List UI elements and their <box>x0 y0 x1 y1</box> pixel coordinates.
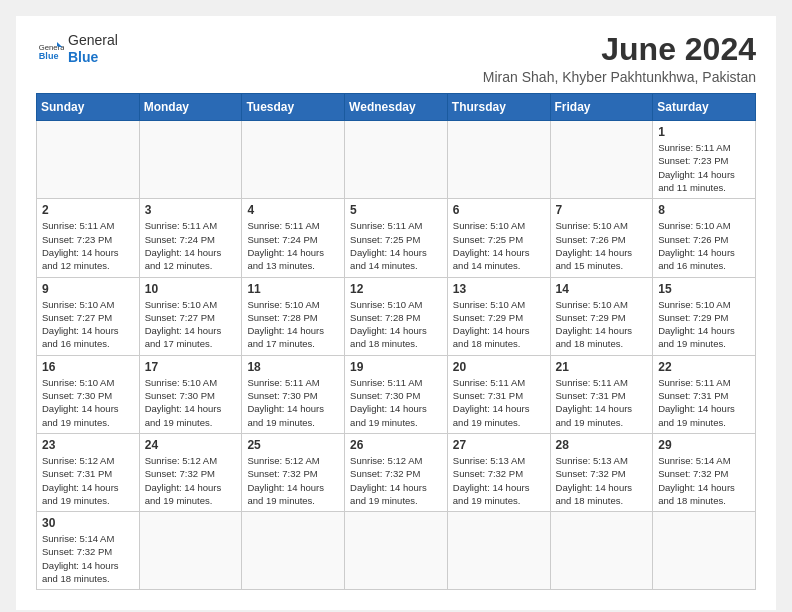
day-info: Sunrise: 5:10 AM Sunset: 7:29 PM Dayligh… <box>556 298 648 351</box>
calendar-day-cell: 1Sunrise: 5:11 AM Sunset: 7:23 PM Daylig… <box>653 121 756 199</box>
day-info: Sunrise: 5:10 AM Sunset: 7:30 PM Dayligh… <box>145 376 237 429</box>
calendar-day-cell: 27Sunrise: 5:13 AM Sunset: 7:32 PM Dayli… <box>447 433 550 511</box>
day-number: 18 <box>247 360 339 374</box>
calendar-table: SundayMondayTuesdayWednesdayThursdayFrid… <box>36 93 756 590</box>
calendar-day-cell: 26Sunrise: 5:12 AM Sunset: 7:32 PM Dayli… <box>345 433 448 511</box>
day-info: Sunrise: 5:11 AM Sunset: 7:30 PM Dayligh… <box>247 376 339 429</box>
day-info: Sunrise: 5:10 AM Sunset: 7:29 PM Dayligh… <box>453 298 545 351</box>
day-number: 22 <box>658 360 750 374</box>
day-info: Sunrise: 5:10 AM Sunset: 7:30 PM Dayligh… <box>42 376 134 429</box>
logo-text: General Blue <box>68 32 118 66</box>
calendar-day-cell: 18Sunrise: 5:11 AM Sunset: 7:30 PM Dayli… <box>242 355 345 433</box>
calendar-day-cell: 10Sunrise: 5:10 AM Sunset: 7:27 PM Dayli… <box>139 277 242 355</box>
day-number: 24 <box>145 438 237 452</box>
calendar-week-row: 16Sunrise: 5:10 AM Sunset: 7:30 PM Dayli… <box>37 355 756 433</box>
day-info: Sunrise: 5:10 AM Sunset: 7:26 PM Dayligh… <box>658 219 750 272</box>
calendar-day-cell: 15Sunrise: 5:10 AM Sunset: 7:29 PM Dayli… <box>653 277 756 355</box>
day-info: Sunrise: 5:12 AM Sunset: 7:31 PM Dayligh… <box>42 454 134 507</box>
calendar-day-cell: 13Sunrise: 5:10 AM Sunset: 7:29 PM Dayli… <box>447 277 550 355</box>
calendar-day-cell: 28Sunrise: 5:13 AM Sunset: 7:32 PM Dayli… <box>550 433 653 511</box>
day-number: 20 <box>453 360 545 374</box>
day-number: 11 <box>247 282 339 296</box>
day-number: 9 <box>42 282 134 296</box>
day-info: Sunrise: 5:10 AM Sunset: 7:27 PM Dayligh… <box>145 298 237 351</box>
day-number: 30 <box>42 516 134 530</box>
day-info: Sunrise: 5:11 AM Sunset: 7:31 PM Dayligh… <box>556 376 648 429</box>
calendar-week-row: 9Sunrise: 5:10 AM Sunset: 7:27 PM Daylig… <box>37 277 756 355</box>
calendar-day-cell <box>345 121 448 199</box>
day-info: Sunrise: 5:14 AM Sunset: 7:32 PM Dayligh… <box>42 532 134 585</box>
day-info: Sunrise: 5:11 AM Sunset: 7:25 PM Dayligh… <box>350 219 442 272</box>
calendar-subtitle: Miran Shah, Khyber Pakhtunkhwa, Pakistan <box>483 69 756 85</box>
day-number: 26 <box>350 438 442 452</box>
day-number: 4 <box>247 203 339 217</box>
weekday-header: Friday <box>550 94 653 121</box>
calendar-week-row: 30Sunrise: 5:14 AM Sunset: 7:32 PM Dayli… <box>37 512 756 590</box>
calendar-day-cell <box>447 121 550 199</box>
day-info: Sunrise: 5:11 AM Sunset: 7:24 PM Dayligh… <box>145 219 237 272</box>
calendar-day-cell <box>550 512 653 590</box>
day-info: Sunrise: 5:10 AM Sunset: 7:26 PM Dayligh… <box>556 219 648 272</box>
day-info: Sunrise: 5:12 AM Sunset: 7:32 PM Dayligh… <box>145 454 237 507</box>
day-number: 1 <box>658 125 750 139</box>
day-number: 13 <box>453 282 545 296</box>
day-info: Sunrise: 5:12 AM Sunset: 7:32 PM Dayligh… <box>350 454 442 507</box>
day-info: Sunrise: 5:10 AM Sunset: 7:28 PM Dayligh… <box>247 298 339 351</box>
calendar-day-cell: 11Sunrise: 5:10 AM Sunset: 7:28 PM Dayli… <box>242 277 345 355</box>
day-number: 23 <box>42 438 134 452</box>
day-number: 7 <box>556 203 648 217</box>
day-number: 25 <box>247 438 339 452</box>
svg-text:Blue: Blue <box>39 51 59 61</box>
logo-icon: General Blue <box>36 35 64 63</box>
calendar-body: 1Sunrise: 5:11 AM Sunset: 7:23 PM Daylig… <box>37 121 756 590</box>
calendar-day-cell <box>139 512 242 590</box>
calendar-week-row: 23Sunrise: 5:12 AM Sunset: 7:31 PM Dayli… <box>37 433 756 511</box>
calendar-day-cell: 29Sunrise: 5:14 AM Sunset: 7:32 PM Dayli… <box>653 433 756 511</box>
calendar-day-cell: 23Sunrise: 5:12 AM Sunset: 7:31 PM Dayli… <box>37 433 140 511</box>
calendar-day-cell: 6Sunrise: 5:10 AM Sunset: 7:25 PM Daylig… <box>447 199 550 277</box>
day-info: Sunrise: 5:12 AM Sunset: 7:32 PM Dayligh… <box>247 454 339 507</box>
day-number: 28 <box>556 438 648 452</box>
calendar-day-cell <box>139 121 242 199</box>
weekday-header: Tuesday <box>242 94 345 121</box>
day-info: Sunrise: 5:13 AM Sunset: 7:32 PM Dayligh… <box>556 454 648 507</box>
calendar-day-cell: 3Sunrise: 5:11 AM Sunset: 7:24 PM Daylig… <box>139 199 242 277</box>
calendar-day-cell: 12Sunrise: 5:10 AM Sunset: 7:28 PM Dayli… <box>345 277 448 355</box>
day-info: Sunrise: 5:13 AM Sunset: 7:32 PM Dayligh… <box>453 454 545 507</box>
day-number: 27 <box>453 438 545 452</box>
calendar-day-cell: 25Sunrise: 5:12 AM Sunset: 7:32 PM Dayli… <box>242 433 345 511</box>
calendar-week-row: 2Sunrise: 5:11 AM Sunset: 7:23 PM Daylig… <box>37 199 756 277</box>
day-number: 29 <box>658 438 750 452</box>
day-number: 12 <box>350 282 442 296</box>
calendar-day-cell: 4Sunrise: 5:11 AM Sunset: 7:24 PM Daylig… <box>242 199 345 277</box>
day-info: Sunrise: 5:14 AM Sunset: 7:32 PM Dayligh… <box>658 454 750 507</box>
calendar-header: General Blue General Blue June 2024 Mira… <box>36 32 756 85</box>
calendar-day-cell <box>550 121 653 199</box>
calendar-day-cell: 20Sunrise: 5:11 AM Sunset: 7:31 PM Dayli… <box>447 355 550 433</box>
calendar-day-cell: 22Sunrise: 5:11 AM Sunset: 7:31 PM Dayli… <box>653 355 756 433</box>
calendar-day-cell <box>447 512 550 590</box>
day-number: 14 <box>556 282 648 296</box>
weekday-header: Thursday <box>447 94 550 121</box>
calendar-week-row: 1Sunrise: 5:11 AM Sunset: 7:23 PM Daylig… <box>37 121 756 199</box>
day-number: 2 <box>42 203 134 217</box>
day-number: 17 <box>145 360 237 374</box>
weekday-header: Sunday <box>37 94 140 121</box>
calendar-day-cell <box>653 512 756 590</box>
weekday-header: Saturday <box>653 94 756 121</box>
calendar-day-cell: 9Sunrise: 5:10 AM Sunset: 7:27 PM Daylig… <box>37 277 140 355</box>
day-number: 15 <box>658 282 750 296</box>
calendar-day-cell <box>242 512 345 590</box>
day-number: 16 <box>42 360 134 374</box>
day-number: 3 <box>145 203 237 217</box>
day-info: Sunrise: 5:10 AM Sunset: 7:29 PM Dayligh… <box>658 298 750 351</box>
calendar-day-cell <box>37 121 140 199</box>
calendar-day-cell: 2Sunrise: 5:11 AM Sunset: 7:23 PM Daylig… <box>37 199 140 277</box>
weekday-header: Wednesday <box>345 94 448 121</box>
calendar-page: General Blue General Blue June 2024 Mira… <box>16 16 776 610</box>
calendar-day-cell: 17Sunrise: 5:10 AM Sunset: 7:30 PM Dayli… <box>139 355 242 433</box>
logo: General Blue General Blue <box>36 32 118 66</box>
title-block: June 2024 Miran Shah, Khyber Pakhtunkhwa… <box>483 32 756 85</box>
calendar-day-cell: 7Sunrise: 5:10 AM Sunset: 7:26 PM Daylig… <box>550 199 653 277</box>
day-info: Sunrise: 5:10 AM Sunset: 7:25 PM Dayligh… <box>453 219 545 272</box>
